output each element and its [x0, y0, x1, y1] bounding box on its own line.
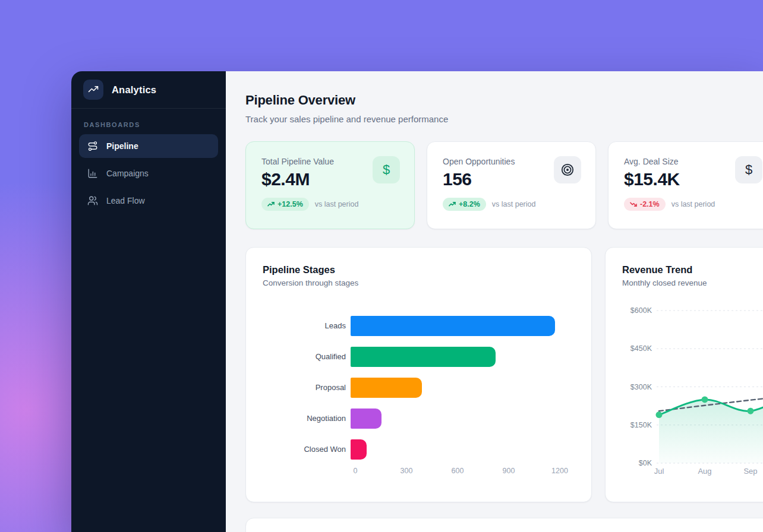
kpi-comparison: vs last period: [492, 200, 536, 208]
chart-column-icon: [87, 168, 98, 179]
sidebar-item-campaigns[interactable]: Campaigns: [79, 162, 218, 185]
stage-bar-closed-won: [351, 439, 367, 460]
sidebar-item-label: Lead Flow: [106, 196, 145, 205]
stage-bar-qualified: [351, 347, 496, 367]
x-tick-label: Sep: [743, 467, 757, 476]
stage-bar-negotiation: [351, 408, 382, 429]
pipeline-stages-card: Pipeline Stages Conversion through stage…: [245, 247, 592, 502]
stage-row: Qualified: [246, 341, 591, 372]
sidebar-item-pipeline[interactable]: Pipeline: [79, 134, 218, 158]
stage-bar-track: [351, 316, 565, 336]
trending-up-icon: [267, 201, 275, 208]
chart-title: Pipeline Stages: [263, 264, 575, 276]
app-window: Analytics DASHBOARDS Pipeline Campaigns: [71, 71, 763, 532]
delta-badge: +12.5%: [261, 198, 309, 211]
chart-subtitle: Monthly closed revenue: [622, 278, 763, 287]
y-tick-label: $450K: [630, 344, 652, 353]
y-tick-label: $300K: [630, 383, 652, 391]
target-icon: [554, 156, 581, 183]
x-tick-label: Jul: [654, 467, 664, 476]
dollar-icon: $: [735, 156, 762, 183]
stage-bar-track: [351, 347, 565, 367]
delta-badge: +8.2%: [443, 198, 486, 211]
charts-row: Pipeline Stages Conversion through stage…: [245, 247, 763, 502]
x-tick-label: 300: [401, 467, 413, 475]
x-tick-label: 600: [452, 467, 464, 475]
chart-subtitle: Conversion through stages: [263, 278, 575, 287]
x-tick-label: 900: [503, 467, 515, 475]
kpi-card-avg-deal-size: Avg. Deal Size $15.4K -2.1% vs last peri…: [608, 141, 763, 229]
x-tick-label: Aug: [698, 467, 711, 476]
trending-down-icon: [630, 201, 637, 208]
sidebar-item-label: Campaigns: [106, 169, 149, 178]
kpi-comparison: vs last period: [315, 200, 359, 208]
page-title: Pipeline Overview: [245, 92, 763, 108]
section-label: DASHBOARDS: [84, 121, 226, 128]
stage-bar-track: [351, 378, 565, 398]
users-icon: [87, 195, 98, 206]
delta-badge: -2.1%: [624, 198, 666, 211]
x-tick-label: 0: [354, 467, 358, 475]
brand: Analytics: [71, 71, 226, 108]
stage-label: Negotiation: [246, 414, 351, 423]
page-subtitle: Track your sales pipeline and revenue pe…: [245, 113, 763, 125]
sidebar-item-label: Pipeline: [106, 141, 138, 151]
sidebar-item-lead-flow[interactable]: Lead Flow: [79, 189, 218, 213]
revenue-point: [656, 411, 663, 418]
stage-label: Closed Won: [246, 445, 351, 454]
kpi-comparison: vs last period: [671, 200, 715, 208]
sidebar-nav: Pipeline Campaigns Lead Flow: [71, 134, 226, 213]
sidebar: Analytics DASHBOARDS Pipeline Campaigns: [71, 71, 226, 532]
stage-label: Proposal: [246, 383, 351, 392]
pipeline-stages-rows: LeadsQualifiedProposalNegotiationClosed …: [246, 311, 591, 465]
x-tick-label: 1200: [551, 467, 568, 475]
stage-row: Closed Won: [246, 434, 591, 465]
stage-bar-leads: [351, 316, 555, 336]
divider: [71, 108, 226, 109]
stage-label: Qualified: [246, 352, 351, 362]
stage-row: Negotiation: [246, 403, 591, 434]
stage-label: Leads: [246, 321, 351, 331]
revenue-point: [702, 396, 708, 403]
chart-title: Revenue Trend: [622, 264, 763, 276]
y-tick-label: $150K: [630, 421, 652, 429]
route-icon: [87, 141, 98, 151]
pipeline-stages-axis: 03006009001200: [355, 467, 560, 476]
kpi-row: Total Pipeline Value $2.4M +12.5% vs las…: [245, 141, 763, 229]
y-tick-label: $0K: [639, 459, 652, 467]
stage-row: Proposal: [246, 372, 591, 403]
stage-bar-track: [351, 439, 565, 460]
kpi-card-open-opportunities: Open Opportunities 156 +8.2% vs last per…: [427, 141, 596, 229]
brand-name: Analytics: [112, 84, 156, 96]
trending-up-icon: [83, 80, 103, 100]
stage-bar-track: [351, 408, 565, 429]
stage-row: Leads: [246, 311, 591, 341]
bottom-card: [245, 518, 763, 532]
kpi-card-total-pipeline-value: Total Pipeline Value $2.4M +12.5% vs las…: [245, 141, 415, 229]
revenue-trend-card: Revenue Trend Monthly closed revenue $0K…: [605, 247, 763, 502]
revenue-point: [748, 408, 754, 414]
dollar-icon: $: [373, 156, 400, 183]
y-tick-label: $600K: [630, 306, 652, 315]
stage-bar-proposal: [351, 378, 422, 398]
trending-up-icon: [449, 201, 456, 208]
main-content: Pipeline Overview Track your sales pipel…: [226, 71, 763, 532]
